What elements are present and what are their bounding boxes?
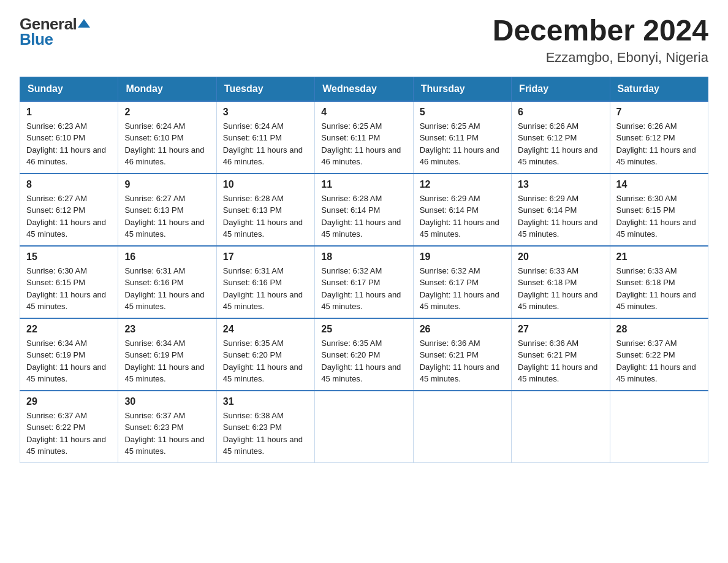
day-info: Sunrise: 6:33 AMSunset: 6:18 PMDaylight:…: [518, 266, 597, 312]
week-row-1: 1 Sunrise: 6:23 AMSunset: 6:10 PMDayligh…: [20, 101, 708, 174]
day-number: 10: [223, 179, 308, 190]
calendar-cell: 13 Sunrise: 6:29 AMSunset: 6:14 PMDaylig…: [512, 174, 610, 246]
location-subtitle: Ezzamgbo, Ebonyi, Nigeria: [493, 50, 708, 66]
day-number: 6: [518, 107, 603, 118]
day-number: 11: [321, 179, 406, 190]
day-info: Sunrise: 6:32 AMSunset: 6:17 PMDaylight:…: [420, 266, 499, 312]
calendar-cell: 6 Sunrise: 6:26 AMSunset: 6:12 PMDayligh…: [512, 101, 610, 174]
day-info: Sunrise: 6:30 AMSunset: 6:15 PMDaylight:…: [26, 266, 106, 312]
month-title: December 2024: [493, 15, 708, 47]
calendar-cell: 12 Sunrise: 6:29 AMSunset: 6:14 PMDaylig…: [413, 174, 511, 246]
day-info: Sunrise: 6:29 AMSunset: 6:14 PMDaylight:…: [518, 194, 597, 239]
weekday-header-row: SundayMondayTuesdayWednesdayThursdayFrid…: [20, 77, 708, 101]
day-info: Sunrise: 6:36 AMSunset: 6:21 PMDaylight:…: [518, 339, 597, 384]
calendar-cell: 29 Sunrise: 6:37 AMSunset: 6:22 PMDaylig…: [20, 391, 118, 463]
calendar-cell: 14 Sunrise: 6:30 AMSunset: 6:15 PMDaylig…: [610, 174, 708, 246]
day-info: Sunrise: 6:23 AMSunset: 6:10 PMDaylight:…: [26, 121, 106, 167]
day-number: 13: [518, 179, 603, 190]
calendar-cell: 20 Sunrise: 6:33 AMSunset: 6:18 PMDaylig…: [512, 246, 610, 318]
calendar-cell: 17 Sunrise: 6:31 AMSunset: 6:16 PMDaylig…: [216, 246, 314, 318]
page-header: General Blue December 2024 Ezzamgbo, Ebo…: [20, 15, 708, 66]
day-number: 27: [518, 324, 603, 335]
day-number: 1: [26, 107, 112, 118]
day-info: Sunrise: 6:35 AMSunset: 6:20 PMDaylight:…: [321, 339, 401, 384]
calendar-cell: 23 Sunrise: 6:34 AMSunset: 6:19 PMDaylig…: [118, 318, 216, 391]
day-number: 22: [26, 324, 112, 335]
day-number: 23: [124, 324, 210, 335]
calendar-cell: 24 Sunrise: 6:35 AMSunset: 6:20 PMDaylig…: [216, 318, 314, 391]
day-info: Sunrise: 6:35 AMSunset: 6:20 PMDaylight:…: [223, 339, 303, 384]
day-info: Sunrise: 6:32 AMSunset: 6:17 PMDaylight:…: [321, 266, 401, 312]
week-row-5: 29 Sunrise: 6:37 AMSunset: 6:22 PMDaylig…: [20, 391, 708, 463]
calendar-cell: [315, 391, 413, 463]
calendar-cell: [413, 391, 511, 463]
calendar-cell: 8 Sunrise: 6:27 AMSunset: 6:12 PMDayligh…: [20, 174, 118, 246]
day-info: Sunrise: 6:27 AMSunset: 6:12 PMDaylight:…: [26, 194, 106, 239]
day-info: Sunrise: 6:29 AMSunset: 6:14 PMDaylight:…: [420, 194, 499, 239]
weekday-header-saturday: Saturday: [610, 77, 708, 101]
day-number: 9: [124, 179, 210, 190]
day-info: Sunrise: 6:31 AMSunset: 6:16 PMDaylight:…: [124, 266, 204, 312]
weekday-header-sunday: Sunday: [20, 77, 118, 101]
calendar-cell: 9 Sunrise: 6:27 AMSunset: 6:13 PMDayligh…: [118, 174, 216, 246]
calendar-cell: 25 Sunrise: 6:35 AMSunset: 6:20 PMDaylig…: [315, 318, 413, 391]
calendar-cell: 1 Sunrise: 6:23 AMSunset: 6:10 PMDayligh…: [20, 101, 118, 174]
day-info: Sunrise: 6:34 AMSunset: 6:19 PMDaylight:…: [26, 339, 106, 384]
week-row-3: 15 Sunrise: 6:30 AMSunset: 6:15 PMDaylig…: [20, 246, 708, 318]
calendar-cell: [512, 391, 610, 463]
day-number: 16: [124, 251, 210, 262]
day-info: Sunrise: 6:24 AMSunset: 6:10 PMDaylight:…: [124, 121, 204, 167]
day-info: Sunrise: 6:33 AMSunset: 6:18 PMDaylight:…: [616, 266, 696, 312]
calendar-cell: 19 Sunrise: 6:32 AMSunset: 6:17 PMDaylig…: [413, 246, 511, 318]
day-number: 21: [616, 251, 702, 262]
calendar-cell: 15 Sunrise: 6:30 AMSunset: 6:15 PMDaylig…: [20, 246, 118, 318]
calendar-cell: [610, 391, 708, 463]
calendar-cell: 10 Sunrise: 6:28 AMSunset: 6:13 PMDaylig…: [216, 174, 314, 246]
calendar-cell: 2 Sunrise: 6:24 AMSunset: 6:10 PMDayligh…: [118, 101, 216, 174]
day-number: 14: [616, 179, 702, 190]
calendar-cell: 22 Sunrise: 6:34 AMSunset: 6:19 PMDaylig…: [20, 318, 118, 391]
weekday-header-tuesday: Tuesday: [216, 77, 314, 101]
day-number: 20: [518, 251, 603, 262]
day-number: 19: [420, 251, 505, 262]
weekday-header-monday: Monday: [118, 77, 216, 101]
weekday-header-wednesday: Wednesday: [315, 77, 413, 101]
day-info: Sunrise: 6:28 AMSunset: 6:14 PMDaylight:…: [321, 194, 401, 239]
calendar-cell: 28 Sunrise: 6:37 AMSunset: 6:22 PMDaylig…: [610, 318, 708, 391]
day-number: 2: [124, 107, 210, 118]
day-number: 7: [616, 107, 702, 118]
calendar-cell: 30 Sunrise: 6:37 AMSunset: 6:23 PMDaylig…: [118, 391, 216, 463]
calendar-cell: 26 Sunrise: 6:36 AMSunset: 6:21 PMDaylig…: [413, 318, 511, 391]
day-info: Sunrise: 6:24 AMSunset: 6:11 PMDaylight:…: [223, 121, 303, 167]
day-info: Sunrise: 6:31 AMSunset: 6:16 PMDaylight:…: [223, 266, 303, 312]
calendar-cell: 3 Sunrise: 6:24 AMSunset: 6:11 PMDayligh…: [216, 101, 314, 174]
calendar-cell: 4 Sunrise: 6:25 AMSunset: 6:11 PMDayligh…: [315, 101, 413, 174]
day-info: Sunrise: 6:37 AMSunset: 6:22 PMDaylight:…: [26, 411, 106, 456]
logo-triangle-icon: [78, 19, 90, 28]
day-number: 5: [420, 107, 505, 118]
weekday-header-friday: Friday: [512, 77, 610, 101]
day-info: Sunrise: 6:37 AMSunset: 6:22 PMDaylight:…: [616, 339, 696, 384]
day-info: Sunrise: 6:26 AMSunset: 6:12 PMDaylight:…: [518, 121, 597, 167]
weekday-header-thursday: Thursday: [413, 77, 511, 101]
week-row-2: 8 Sunrise: 6:27 AMSunset: 6:12 PMDayligh…: [20, 174, 708, 246]
calendar-table: SundayMondayTuesdayWednesdayThursdayFrid…: [20, 77, 708, 463]
day-info: Sunrise: 6:36 AMSunset: 6:21 PMDaylight:…: [420, 339, 499, 384]
day-number: 28: [616, 324, 702, 335]
day-number: 4: [321, 107, 406, 118]
day-number: 26: [420, 324, 505, 335]
calendar-cell: 27 Sunrise: 6:36 AMSunset: 6:21 PMDaylig…: [512, 318, 610, 391]
calendar-cell: 11 Sunrise: 6:28 AMSunset: 6:14 PMDaylig…: [315, 174, 413, 246]
day-number: 25: [321, 324, 406, 335]
day-info: Sunrise: 6:25 AMSunset: 6:11 PMDaylight:…: [321, 121, 401, 167]
day-number: 8: [26, 179, 112, 190]
week-row-4: 22 Sunrise: 6:34 AMSunset: 6:19 PMDaylig…: [20, 318, 708, 391]
title-area: December 2024 Ezzamgbo, Ebonyi, Nigeria: [493, 15, 708, 66]
day-info: Sunrise: 6:37 AMSunset: 6:23 PMDaylight:…: [124, 411, 204, 456]
calendar-cell: 7 Sunrise: 6:26 AMSunset: 6:12 PMDayligh…: [610, 101, 708, 174]
logo: General Blue: [20, 15, 90, 49]
day-number: 29: [26, 396, 112, 407]
day-number: 15: [26, 251, 112, 262]
day-number: 17: [223, 251, 308, 262]
calendar-cell: 18 Sunrise: 6:32 AMSunset: 6:17 PMDaylig…: [315, 246, 413, 318]
